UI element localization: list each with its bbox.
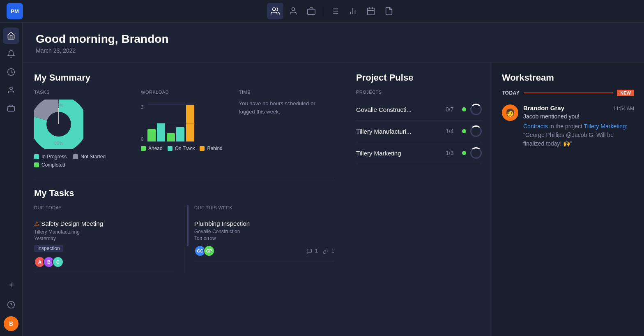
my-tasks-title: My Tasks bbox=[34, 188, 334, 199]
project-row-tillery-mfg[interactable]: Tillery Manufacturi... 1/4 bbox=[356, 120, 482, 142]
task-links: 1 bbox=[323, 248, 334, 254]
nav-divider bbox=[323, 6, 323, 16]
bar-group-1 bbox=[147, 123, 165, 141]
sidebar-item-briefcase[interactable] bbox=[3, 100, 19, 116]
svg-point-0 bbox=[272, 8, 275, 11]
task-date-yesterday: Yesterday bbox=[34, 236, 174, 241]
behind-dot bbox=[200, 146, 205, 151]
task-name-safety: ⚠ Safety Design Meeting bbox=[34, 220, 174, 227]
project-count-tillery-mkt: 1/3 bbox=[446, 150, 458, 156]
pie-legend: In Progress Not Started Completed bbox=[34, 154, 124, 168]
svg-rect-18 bbox=[8, 107, 15, 111]
task-name-plumbing: Plumbing Inspection bbox=[194, 220, 334, 227]
workstream-panel: Workstream TODAY NEW 🧑 Brandon Gray 11:5… bbox=[492, 63, 644, 336]
sidebar-item-plus[interactable] bbox=[3, 277, 19, 293]
person-nav-icon[interactable] bbox=[285, 3, 301, 19]
legend-not-started: Not Started bbox=[73, 154, 106, 160]
task-project-tillery: Tillery Manufacturing bbox=[34, 229, 174, 235]
timeline-line bbox=[524, 93, 613, 93]
sidebar-item-home[interactable] bbox=[3, 28, 19, 44]
due-today-column: DUE TODAY ⚠ Safety Design Meeting Tiller… bbox=[34, 205, 184, 273]
timeline-today-label: TODAY bbox=[502, 90, 520, 96]
time-label: TIME bbox=[239, 90, 321, 95]
ahead-label: Ahead bbox=[148, 146, 163, 151]
ahead-dot bbox=[141, 146, 146, 151]
workload-label: WORKLOAD bbox=[141, 90, 223, 95]
not-started-dot bbox=[73, 154, 78, 159]
sidebar-item-help[interactable] bbox=[3, 297, 19, 313]
task-footer: GC GP 1 bbox=[194, 245, 334, 257]
tasks-chart: TASKS 20% bbox=[34, 90, 124, 168]
sidebar-item-clock[interactable] bbox=[3, 64, 19, 80]
briefcase-nav-icon[interactable] bbox=[303, 3, 320, 19]
list-nav-icon[interactable] bbox=[327, 3, 343, 19]
behind-label: Behind bbox=[207, 146, 222, 151]
workstream-item-brandon: 🧑 Brandon Gray 11:54 AM Jacob mentioned … bbox=[502, 104, 634, 148]
sidebar-item-bell[interactable] bbox=[3, 46, 19, 62]
left-panel: My Summary TASKS 20% bbox=[23, 63, 346, 336]
task-avatar-group: A B C bbox=[34, 256, 174, 268]
timeline-new-badge: NEW bbox=[617, 90, 634, 96]
y-label-0: 0 bbox=[141, 137, 143, 141]
workload-chart: WORKLOAD 2 0 bbox=[141, 90, 223, 151]
project-row-tillery-mkt[interactable]: Tillery Marketing 1/3 bbox=[356, 142, 482, 164]
task-comments: 1 bbox=[306, 248, 318, 254]
calendar-nav-icon[interactable] bbox=[363, 3, 379, 19]
legend-in-progress: In Progress bbox=[34, 154, 67, 160]
document-nav-icon[interactable] bbox=[381, 3, 397, 19]
task-week-avatars: GC GP bbox=[194, 245, 215, 257]
tasks-label: TASKS bbox=[34, 90, 124, 95]
chart-nav-icon[interactable] bbox=[345, 3, 361, 19]
time-section: TIME You have no hours scheduled or logg… bbox=[239, 90, 321, 116]
task-item-safety-meeting: ⚠ Safety Design Meeting Tillery Manufact… bbox=[34, 215, 174, 273]
project-ring-tillery-mkt bbox=[470, 147, 482, 159]
project-count-govalle: 0/7 bbox=[446, 106, 458, 113]
project-row-govalle[interactable]: Govalle Constructi... 0/7 bbox=[356, 99, 482, 120]
on-track-label: On Track bbox=[175, 146, 195, 151]
due-week-column: DUE THIS WEEK Plumbing Inspection Govall… bbox=[184, 205, 334, 273]
my-summary-title: My Summary bbox=[34, 72, 334, 83]
page-date: March 23, 2022 bbox=[36, 47, 631, 54]
workstream-header: Brandon Gray 11:54 AM bbox=[523, 104, 634, 111]
completed-dot bbox=[34, 162, 39, 167]
scroll-indicator bbox=[187, 205, 189, 246]
y-label-2: 2 bbox=[141, 104, 143, 109]
sidebar-item-user[interactable] bbox=[3, 82, 19, 98]
people-nav-icon[interactable] bbox=[267, 3, 283, 19]
my-tasks-section: My Tasks DUE TODAY ⚠ Safety Design Meeti… bbox=[34, 188, 334, 273]
workstream-time: 11:54 AM bbox=[613, 106, 634, 111]
bar-ontrack-2 bbox=[176, 127, 184, 141]
projects-label: PROJECTS bbox=[356, 90, 482, 95]
project-ring-tillery-mfg bbox=[470, 125, 482, 137]
top-navigation: PM bbox=[0, 0, 644, 23]
on-track-dot bbox=[168, 146, 172, 151]
legend-behind: Behind bbox=[200, 146, 222, 151]
avatar-3: C bbox=[52, 256, 64, 268]
task-item-plumbing: Plumbing Inspection Govalle Construction… bbox=[194, 215, 334, 262]
not-started-label: Not Started bbox=[80, 154, 106, 160]
bar-group-2 bbox=[167, 127, 184, 141]
app-logo[interactable]: PM bbox=[7, 3, 23, 19]
project-ring-govalle bbox=[470, 104, 482, 115]
sidebar: B bbox=[0, 23, 23, 336]
project-status-dot-tillery-mfg bbox=[462, 129, 466, 133]
svg-rect-12 bbox=[367, 8, 374, 15]
project-status-dot-tillery-mkt bbox=[462, 151, 466, 155]
project-name-govalle: Govalle Constructi... bbox=[356, 106, 442, 113]
workstream-avatar-brandon: 🧑 bbox=[502, 104, 518, 121]
task-project-govalle: Govalle Construction bbox=[194, 229, 334, 234]
in-progress-dot bbox=[34, 154, 39, 159]
completed-label: Completed bbox=[41, 162, 65, 168]
bar-ahead-1 bbox=[147, 129, 156, 141]
page-title: Good morning, Brandon bbox=[36, 32, 631, 46]
svg-point-21 bbox=[8, 301, 15, 308]
task-tag-inspection: Inspection bbox=[34, 245, 63, 252]
bar-ahead-2 bbox=[167, 133, 175, 141]
workstream-message: Contracts in the project Tillery Marketi… bbox=[523, 122, 634, 148]
svg-point-17 bbox=[10, 87, 13, 90]
pie-chart-wrapper: 20% 80% bbox=[34, 100, 83, 149]
user-avatar[interactable]: B bbox=[4, 316, 18, 331]
workstream-contracts-link[interactable]: Contracts bbox=[523, 123, 548, 130]
workstream-project-link[interactable]: Tillery Marketing bbox=[584, 123, 626, 130]
workstream-content-brandon: Brandon Gray 11:54 AM Jacob mentioned yo… bbox=[523, 104, 634, 148]
